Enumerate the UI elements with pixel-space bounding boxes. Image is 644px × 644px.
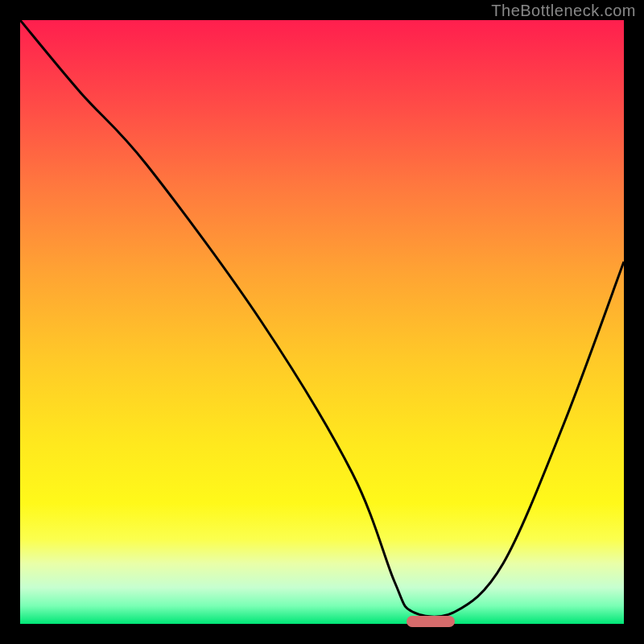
chart-frame xyxy=(20,20,624,624)
attribution-label: TheBottleneck.com xyxy=(491,2,636,20)
bottleneck-curve xyxy=(20,20,624,624)
optimal-marker xyxy=(407,616,455,627)
curve-path xyxy=(20,20,624,617)
